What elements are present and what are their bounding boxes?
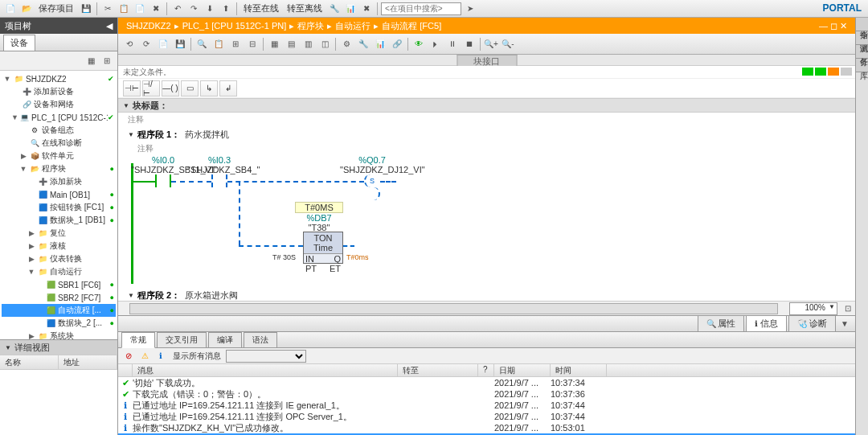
compile-tab[interactable]: 编译 xyxy=(208,332,242,348)
upload-icon[interactable]: ⬆ xyxy=(219,2,233,16)
zoom-selector[interactable]: 100% xyxy=(789,302,837,315)
tree-item[interactable]: ▶📁复位 xyxy=(2,227,116,240)
network1-header[interactable]: ▼ 程序段 1： 药水搅拌机 xyxy=(118,127,855,142)
timer-block[interactable]: TON Time INQ PTET xyxy=(303,232,343,264)
redo-icon[interactable]: ↷ xyxy=(186,2,201,16)
message-row[interactable]: ✔'切始' 下载成功。2021/9/7 ...10:37:34 xyxy=(118,377,855,388)
crossref-tab[interactable]: 交叉引用 xyxy=(157,332,207,348)
panel-collapse-icon[interactable]: ◀ xyxy=(106,21,113,31)
filter-select[interactable] xyxy=(226,350,306,363)
diagnostics-tab[interactable]: 🩺 诊断 xyxy=(788,315,836,332)
et-icon[interactable]: 📄 xyxy=(155,36,171,52)
delete-icon[interactable]: ✖ xyxy=(149,2,163,16)
tree-item[interactable]: ▼📂程序块● xyxy=(2,162,116,175)
et-icon[interactable]: ▥ xyxy=(300,36,316,52)
block-comment[interactable]: 注释 xyxy=(118,113,855,127)
collapse-icon[interactable]: ▼ xyxy=(128,131,134,138)
copy-icon[interactable]: 📋 xyxy=(117,2,131,16)
et-icon[interactable]: ◫ xyxy=(317,36,333,52)
tree-item[interactable]: ➕添加新块 xyxy=(2,175,116,188)
et-icon[interactable]: ⟳ xyxy=(138,36,154,52)
tree-item[interactable]: ⚙设备组态 xyxy=(2,124,116,137)
et-icon[interactable]: ⏹ xyxy=(461,36,477,52)
et-icon[interactable]: ▤ xyxy=(283,36,299,52)
tag[interactable]: %I0.3 "SHJZDKZ_SB4_" xyxy=(187,155,252,174)
instructions-tab[interactable]: 指令 xyxy=(856,18,868,31)
tree-item[interactable]: 🟩SBR1 [FC6]● xyxy=(2,278,116,291)
et-icon[interactable]: 💾 xyxy=(172,36,188,52)
ladder-editor[interactable]: 未定义条件。 ⊣⊢ ⊣/⊢ —( ) ▭ ↳ ↲ ▼ 块标题： 注释 ▼ 程序段… xyxy=(118,66,855,301)
network1-ladder[interactable]: %I0.0 "SHJZDKZ_SB11_VI" %I0.3 "SHJZDKZ_S… xyxy=(118,155,855,288)
download-icon[interactable]: ⬇ xyxy=(203,2,217,16)
go-offline-button[interactable]: 转至离线 xyxy=(284,2,326,14)
warning-filter-icon[interactable]: ⚠ xyxy=(137,349,152,363)
nav-coil-icon[interactable]: —( ) xyxy=(162,80,179,96)
properties-tab[interactable]: 🔍 属性 xyxy=(698,315,745,332)
inspector-collapse-icon[interactable]: ▼ xyxy=(837,317,852,331)
collapse-icon[interactable]: ▼ xyxy=(128,292,134,299)
et-icon[interactable]: ▦ xyxy=(266,36,282,52)
et-icon[interactable]: 📊 xyxy=(372,36,388,52)
tree-item[interactable]: ▶📦软件单元 xyxy=(2,150,116,162)
tree-item[interactable]: ▶📁系统块 xyxy=(2,330,116,339)
tag[interactable]: %I0.0 "SHJZDKZ_SB11_VI" xyxy=(131,155,195,174)
save-icon[interactable]: 💾 xyxy=(79,2,93,16)
testing-tab[interactable]: 测试 xyxy=(856,31,868,45)
nav-branch-icon[interactable]: ↳ xyxy=(200,80,218,96)
tree-item[interactable]: 🟦数据块_1 [DB1]● xyxy=(2,214,116,227)
tree-item[interactable]: ▼📁自动运行 xyxy=(2,265,116,278)
nav-contact-no-icon[interactable]: ⊣⊢ xyxy=(123,80,141,96)
et-icon[interactable]: 🔍+ xyxy=(483,36,499,52)
tree-item[interactable]: 🟩自动流程 [...● xyxy=(2,304,116,317)
search-go-icon[interactable]: ➤ xyxy=(463,2,477,16)
message-row[interactable]: ℹ已通过地址 IP=169.254.121.11 连接到 IE general_… xyxy=(118,400,855,411)
tree-item[interactable]: 🟦按钮转换 [FC1]● xyxy=(2,201,116,214)
editor-hscroll[interactable]: 100% ⊡ xyxy=(118,301,855,315)
tree-item[interactable]: 🟩SBR2 [FC7]● xyxy=(2,291,116,304)
tree-item[interactable]: ▼💻PLC_1 [CPU 1512C-1 ...✔ xyxy=(2,111,116,124)
coil-set[interactable]: S xyxy=(364,174,380,187)
save-project-button[interactable]: 保存项目 xyxy=(35,2,77,14)
new-icon[interactable]: 📄 xyxy=(3,2,18,16)
zoom-fit-icon[interactable]: ⊡ xyxy=(841,302,855,316)
tree-tool1-icon[interactable]: ▦ xyxy=(84,54,98,68)
tree-item[interactable]: ➕添加新设备 xyxy=(2,85,116,98)
tree-tool2-icon[interactable]: ⊞ xyxy=(100,54,114,68)
undo-icon[interactable]: ↶ xyxy=(170,2,185,16)
et-icon[interactable]: 🔗 xyxy=(389,36,405,52)
syntax-tab[interactable]: 语法 xyxy=(244,332,277,348)
contact-no[interactable] xyxy=(155,174,171,187)
paste-icon[interactable]: 📄 xyxy=(133,2,147,16)
et-icon[interactable]: ⏸ xyxy=(444,36,461,52)
message-row[interactable]: ✔下载完成（错误：0；警告：0）。2021/9/7 ...10:37:36 xyxy=(118,388,855,400)
error-filter-icon[interactable]: ⊘ xyxy=(121,349,136,363)
tool-icon[interactable]: 🔧 xyxy=(327,2,342,16)
nav-branch2-icon[interactable]: ↲ xyxy=(219,80,237,96)
interface-collapse-bar[interactable]: 块接口 ▼ ▲ xyxy=(118,55,855,66)
tree-item[interactable]: 🟦数据块_2 [...● xyxy=(2,317,116,330)
block-title-header[interactable]: ▼ 块标题： xyxy=(118,98,855,113)
et-icon[interactable]: ⏵ xyxy=(428,36,444,52)
tool2-icon[interactable]: 📊 xyxy=(343,2,358,16)
et-icon[interactable]: ⊞ xyxy=(227,36,244,52)
libraries-tab[interactable]: 库 xyxy=(856,59,868,72)
close-icon[interactable]: ✖ xyxy=(359,2,374,16)
message-row[interactable]: ℹ已通过地址 IP=169.254.121.11 连接到 OPC Server_… xyxy=(118,411,855,422)
tree-item[interactable]: 🔗设备和网络 xyxy=(2,98,116,111)
go-online-button[interactable]: 转至在线 xyxy=(240,2,282,14)
contact-no[interactable] xyxy=(211,174,227,187)
network1-comment[interactable]: 注释 xyxy=(118,142,855,155)
et-icon[interactable]: ⟲ xyxy=(121,36,137,52)
nav-contact-nc-icon[interactable]: ⊣/⊢ xyxy=(142,80,160,96)
et-icon[interactable]: ⚙ xyxy=(338,36,354,52)
collapse-icon[interactable]: ▼ xyxy=(123,102,129,109)
devices-tab[interactable]: 设备 xyxy=(3,35,35,51)
et-icon[interactable]: ⊟ xyxy=(244,36,260,52)
nav-box-icon[interactable]: ▭ xyxy=(181,80,199,96)
info-filter-icon[interactable]: ℹ xyxy=(154,349,168,363)
monitor-icon[interactable]: 👁 xyxy=(411,36,427,52)
message-body[interactable]: ✔'切始' 下载成功。2021/9/7 ...10:37:34✔下载完成（错误：… xyxy=(118,377,855,435)
message-row[interactable]: ℹ操作数"SHJZDKZ_KH_VI"已成功修改。2021/9/7 ...10:… xyxy=(118,422,855,433)
tree-item[interactable]: ▶📁仪表转换 xyxy=(2,252,116,265)
detail-view-header[interactable]: ▼ 详细视图 xyxy=(0,340,117,355)
